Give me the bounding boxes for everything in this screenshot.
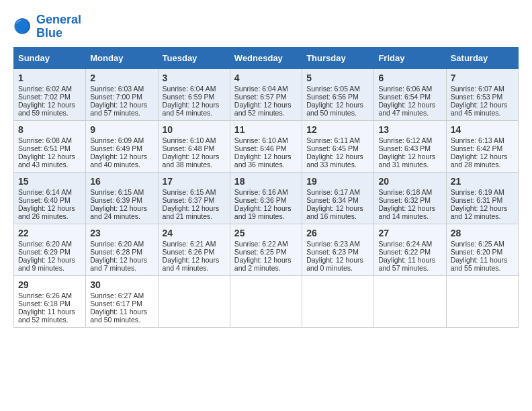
daylight-text: Daylight: 11 hours and 50 minutes. [90,308,153,324]
logo-text: GeneralBlue [36,13,81,40]
sunrise-text: Sunrise: 6:08 AM [18,136,81,144]
daylight-text: Daylight: 12 hours and 54 minutes. [163,101,226,117]
calendar-cell: 4Sunrise: 6:04 AMSunset: 6:57 PMDaylight… [230,68,302,120]
calendar-cell: 16Sunrise: 6:15 AMSunset: 6:39 PMDayligh… [86,172,158,224]
sunset-text: Sunset: 6:26 PM [163,248,226,256]
calendar-cell: 8Sunrise: 6:08 AMSunset: 6:51 PMDaylight… [14,120,86,172]
sunset-text: Sunset: 6:17 PM [90,300,153,308]
day-number: 26 [306,228,369,238]
day-number: 11 [234,124,298,135]
day-number: 7 [451,73,514,83]
sunset-text: Sunset: 6:25 PM [234,248,298,256]
sunrise-text: Sunrise: 6:10 AM [163,136,226,144]
calendar-week-4: 22Sunrise: 6:20 AMSunset: 6:29 PMDayligh… [14,224,519,275]
daylight-text: Daylight: 12 hours and 24 minutes. [90,204,153,220]
calendar-cell: 12Sunrise: 6:11 AMSunset: 6:45 PMDayligh… [302,120,374,172]
calendar-body: 1Sunrise: 6:02 AMSunset: 7:02 PMDaylight… [14,68,519,327]
day-number: 12 [306,124,369,135]
calendar-cell: 30Sunrise: 6:27 AMSunset: 6:17 PMDayligh… [86,275,158,327]
sunset-text: Sunset: 6:36 PM [234,196,298,204]
calendar-cell: 26Sunrise: 6:23 AMSunset: 6:23 PMDayligh… [302,224,374,275]
daylight-text: Daylight: 12 hours and 31 minutes. [378,152,441,169]
sunset-text: Sunset: 6:34 PM [306,196,369,204]
calendar-cell [446,275,518,327]
day-number: 30 [90,279,153,290]
daylight-text: Daylight: 12 hours and 7 minutes. [90,256,153,272]
sunset-text: Sunset: 6:53 PM [451,93,514,101]
calendar-week-3: 15Sunrise: 6:14 AMSunset: 6:40 PMDayligh… [14,172,519,224]
daylight-text: Daylight: 12 hours and 28 minutes. [451,152,514,169]
day-number: 24 [163,228,226,238]
calendar-cell: 11Sunrise: 6:10 AMSunset: 6:46 PMDayligh… [230,120,302,172]
calendar-cell: 22Sunrise: 6:20 AMSunset: 6:29 PMDayligh… [14,224,86,275]
sunrise-text: Sunrise: 6:15 AM [163,188,226,196]
day-number: 15 [18,176,81,187]
calendar-cell: 24Sunrise: 6:21 AMSunset: 6:26 PMDayligh… [158,224,230,275]
calendar-cell [158,275,230,327]
day-header-tuesday: Tuesday [158,47,230,68]
calendar-cell: 23Sunrise: 6:20 AMSunset: 6:28 PMDayligh… [86,224,158,275]
calendar-cell: 18Sunrise: 6:16 AMSunset: 6:36 PMDayligh… [230,172,302,224]
day-header-saturday: Saturday [446,47,518,68]
sunset-text: Sunset: 6:48 PM [163,144,226,152]
calendar-cell: 14Sunrise: 6:13 AMSunset: 6:42 PMDayligh… [446,120,518,172]
svg-text:🔵: 🔵 [13,17,32,35]
calendar-cell: 10Sunrise: 6:10 AMSunset: 6:48 PMDayligh… [158,120,230,172]
day-number: 21 [451,176,514,187]
daylight-text: Daylight: 12 hours and 47 minutes. [378,101,441,117]
calendar-cell: 15Sunrise: 6:14 AMSunset: 6:40 PMDayligh… [14,172,86,224]
calendar-cell: 21Sunrise: 6:19 AMSunset: 6:31 PMDayligh… [446,172,518,224]
daylight-text: Daylight: 12 hours and 14 minutes. [378,204,441,220]
calendar-cell: 28Sunrise: 6:25 AMSunset: 6:20 PMDayligh… [446,224,518,275]
calendar-cell: 13Sunrise: 6:12 AMSunset: 6:43 PMDayligh… [374,120,446,172]
sunrise-text: Sunrise: 6:13 AM [451,136,514,144]
day-number: 14 [451,124,514,135]
calendar-cell: 3Sunrise: 6:04 AMSunset: 6:59 PMDaylight… [158,68,230,120]
sunset-text: Sunset: 6:49 PM [90,144,153,152]
sunset-text: Sunset: 6:31 PM [451,196,514,204]
sunrise-text: Sunrise: 6:03 AM [90,85,153,93]
daylight-text: Daylight: 12 hours and 4 minutes. [163,256,226,272]
day-number: 22 [18,228,81,238]
sunset-text: Sunset: 6:46 PM [234,144,298,152]
daylight-text: Daylight: 12 hours and 43 minutes. [18,152,81,169]
daylight-text: Daylight: 11 hours and 52 minutes. [18,308,81,324]
calendar-cell: 25Sunrise: 6:22 AMSunset: 6:25 PMDayligh… [230,224,302,275]
calendar-cell: 29Sunrise: 6:26 AMSunset: 6:18 PMDayligh… [14,275,86,327]
day-number: 10 [163,124,226,135]
sunrise-text: Sunrise: 6:11 AM [306,136,369,144]
daylight-text: Daylight: 11 hours and 57 minutes. [378,256,441,272]
day-number: 17 [163,176,226,187]
sunrise-text: Sunrise: 6:02 AM [18,85,81,93]
sunrise-text: Sunrise: 6:04 AM [234,85,298,93]
sunrise-text: Sunrise: 6:19 AM [451,188,514,196]
sunset-text: Sunset: 6:18 PM [18,300,81,308]
daylight-text: Daylight: 11 hours and 55 minutes. [451,256,514,272]
calendar-cell [230,275,302,327]
calendar-cell: 5Sunrise: 6:05 AMSunset: 6:56 PMDaylight… [302,68,374,120]
day-number: 2 [90,73,153,83]
daylight-text: Daylight: 12 hours and 33 minutes. [306,152,369,169]
calendar-cell: 1Sunrise: 6:02 AMSunset: 7:02 PMDaylight… [14,68,86,120]
sunset-text: Sunset: 6:45 PM [306,144,369,152]
calendar-cell: 6Sunrise: 6:06 AMSunset: 6:54 PMDaylight… [374,68,446,120]
calendar-week-5: 29Sunrise: 6:26 AMSunset: 6:18 PMDayligh… [14,275,519,327]
sunrise-text: Sunrise: 6:27 AM [90,291,153,300]
daylight-text: Daylight: 12 hours and 26 minutes. [18,204,81,220]
daylight-text: Daylight: 12 hours and 45 minutes. [451,101,514,117]
sunset-text: Sunset: 6:40 PM [18,196,81,204]
calendar-table: SundayMondayTuesdayWednesdayThursdayFrid… [13,47,519,328]
day-number: 19 [306,176,369,187]
sunrise-text: Sunrise: 6:12 AM [378,136,441,144]
calendar-cell: 2Sunrise: 6:03 AMSunset: 7:00 PMDaylight… [86,68,158,120]
calendar-header-row: SundayMondayTuesdayWednesdayThursdayFrid… [14,47,519,68]
daylight-text: Daylight: 12 hours and 57 minutes. [90,101,153,117]
day-header-monday: Monday [86,47,158,68]
day-number: 3 [163,73,226,83]
day-number: 16 [90,176,153,187]
sunrise-text: Sunrise: 6:22 AM [234,240,298,248]
sunset-text: Sunset: 6:29 PM [18,248,81,256]
sunset-text: Sunset: 6:32 PM [378,196,441,204]
day-number: 20 [378,176,441,187]
sunset-text: Sunset: 6:42 PM [451,144,514,152]
